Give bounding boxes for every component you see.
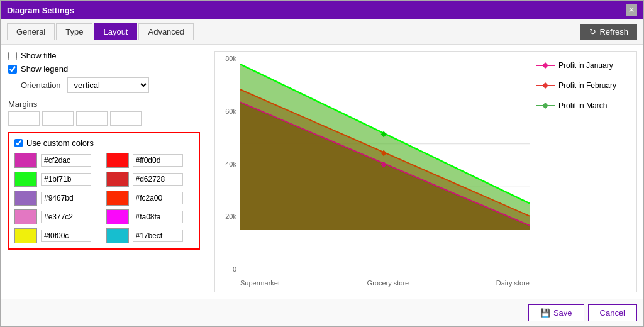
color-swatch-8[interactable] bbox=[106, 209, 129, 224]
color-item-2 bbox=[106, 153, 194, 168]
margins-inputs: 115 102 102 92 bbox=[8, 111, 200, 126]
chart-area: 80k 60k 40k 20k 0 bbox=[214, 51, 637, 292]
chart-svg bbox=[240, 58, 530, 273]
color-item-4 bbox=[106, 172, 194, 187]
orientation-select[interactable]: vertical horizontal bbox=[67, 77, 149, 93]
margin-bottom-input[interactable]: 102 bbox=[76, 111, 108, 126]
refresh-button[interactable]: ↻ Refresh bbox=[580, 24, 637, 40]
legend-label-feb: Profit in February bbox=[558, 81, 616, 90]
x-label-supermarket: Supermarket bbox=[240, 279, 280, 287]
legend-item-mar: Profit in March bbox=[536, 101, 630, 110]
x-label-grocery: Grocery store bbox=[367, 279, 409, 287]
color-input-4[interactable] bbox=[133, 173, 183, 186]
y-label-80k: 80k bbox=[225, 55, 236, 62]
y-axis-labels: 80k 60k 40k 20k 0 bbox=[215, 52, 239, 273]
show-title-checkbox[interactable] bbox=[8, 52, 17, 60]
margins-section: Margins 115 102 102 92 bbox=[8, 99, 200, 126]
y-label-40k: 40k bbox=[225, 160, 236, 168]
legend-label-jan: Profit in January bbox=[558, 61, 613, 70]
color-grid bbox=[14, 153, 194, 243]
color-item-3 bbox=[14, 172, 103, 187]
color-swatch-9[interactable] bbox=[14, 228, 37, 243]
toolbar: General Type Layout Advanced ↻ Refresh bbox=[1, 19, 643, 45]
color-item-8 bbox=[106, 209, 194, 224]
color-swatch-3[interactable] bbox=[14, 172, 37, 187]
tab-type[interactable]: Type bbox=[56, 23, 92, 40]
color-item-10 bbox=[106, 228, 194, 243]
tab-layout[interactable]: Layout bbox=[94, 23, 137, 40]
color-input-9[interactable] bbox=[41, 230, 91, 242]
color-swatch-2[interactable] bbox=[106, 153, 129, 168]
title-bar: Diagram Settings ✕ bbox=[1, 1, 643, 19]
right-panel: 80k 60k 40k 20k 0 bbox=[208, 45, 643, 299]
show-legend-row: Show legend bbox=[8, 64, 200, 74]
margins-label: Margins bbox=[8, 99, 200, 109]
margin-left-input[interactable]: 92 bbox=[110, 111, 142, 126]
color-input-1[interactable] bbox=[41, 154, 91, 167]
tab-advanced[interactable]: Advanced bbox=[138, 23, 194, 40]
color-swatch-4[interactable] bbox=[106, 172, 129, 187]
legend-item-feb: Profit in February bbox=[536, 81, 630, 90]
color-item-9 bbox=[14, 228, 103, 243]
show-legend-checkbox[interactable] bbox=[8, 65, 17, 74]
use-custom-colors-checkbox[interactable] bbox=[14, 139, 23, 147]
save-button[interactable]: 💾 Save bbox=[528, 304, 584, 321]
show-legend-label: Show legend bbox=[21, 64, 68, 74]
color-input-8[interactable] bbox=[133, 211, 183, 223]
color-swatch-10[interactable] bbox=[106, 228, 129, 243]
dialog-title: Diagram Settings bbox=[7, 6, 74, 15]
y-label-60k: 60k bbox=[225, 108, 236, 115]
color-input-5[interactable] bbox=[41, 192, 91, 204]
color-item-7 bbox=[14, 209, 103, 224]
custom-colors-box: Use custom colors bbox=[8, 132, 200, 250]
legend-item-jan: Profit in January bbox=[536, 61, 630, 70]
show-title-label: Show title bbox=[21, 51, 56, 60]
left-panel: Show title Show legend Orientation verti… bbox=[1, 45, 208, 299]
orientation-label: Orientation bbox=[21, 80, 61, 90]
color-input-6[interactable] bbox=[133, 192, 183, 204]
close-button[interactable]: ✕ bbox=[626, 4, 637, 16]
dialog-window: Diagram Settings ✕ General Type Layout A… bbox=[0, 0, 644, 327]
x-label-dairy: Dairy store bbox=[496, 279, 530, 287]
footer-buttons: 💾 Save Cancel bbox=[1, 299, 643, 326]
custom-colors-header: Use custom colors bbox=[14, 138, 194, 148]
color-input-7[interactable] bbox=[41, 211, 91, 223]
use-custom-colors-label: Use custom colors bbox=[26, 138, 94, 148]
cancel-button[interactable]: Cancel bbox=[588, 304, 637, 321]
tab-bar: General Type Layout Advanced bbox=[7, 23, 194, 40]
main-content: Show title Show legend Orientation verti… bbox=[1, 45, 643, 299]
tab-general[interactable]: General bbox=[7, 23, 55, 40]
margin-top-input[interactable]: 115 bbox=[8, 111, 40, 126]
chart-legend: Profit in January Profit in February bbox=[530, 58, 630, 273]
color-swatch-5[interactable] bbox=[14, 191, 37, 206]
orientation-row: Orientation vertical horizontal bbox=[21, 77, 200, 93]
color-swatch-7[interactable] bbox=[14, 209, 37, 224]
save-icon: 💾 bbox=[540, 308, 550, 318]
refresh-icon: ↻ bbox=[589, 27, 596, 36]
y-label-20k: 20k bbox=[225, 213, 236, 220]
color-item-5 bbox=[14, 191, 103, 206]
margin-right-input[interactable]: 102 bbox=[42, 111, 74, 126]
show-title-row: Show title bbox=[8, 51, 200, 60]
color-item-1 bbox=[14, 153, 103, 168]
color-input-3[interactable] bbox=[41, 173, 91, 186]
y-label-0: 0 bbox=[233, 265, 236, 273]
color-input-2[interactable] bbox=[133, 154, 183, 167]
chart-svg-container: Supermarket Grocery store Dairy store bbox=[240, 58, 530, 273]
legend-label-mar: Profit in March bbox=[558, 101, 607, 110]
color-item-6 bbox=[106, 191, 194, 206]
color-swatch-6[interactable] bbox=[106, 191, 129, 206]
color-swatch-1[interactable] bbox=[14, 153, 37, 168]
color-input-10[interactable] bbox=[133, 230, 183, 242]
